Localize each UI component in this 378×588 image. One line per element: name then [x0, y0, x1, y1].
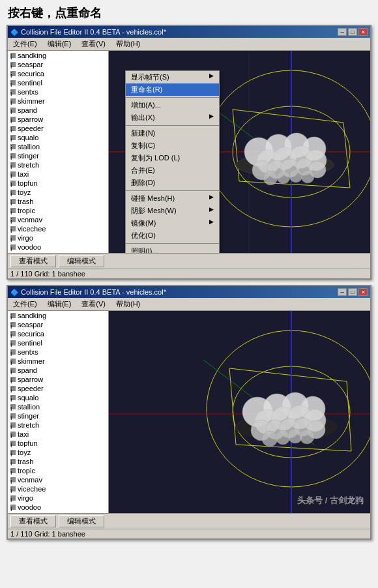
- close-button2[interactable]: ✕: [358, 288, 368, 296]
- minimize-button2[interactable]: ─: [338, 288, 347, 296]
- item-icon: i: [10, 349, 16, 355]
- watermark: 头条号 / 古剑龙驹: [297, 495, 364, 507]
- maximize-button2[interactable]: □: [348, 288, 357, 296]
- app-icon2: 🔷: [10, 289, 18, 296]
- ctx-merge[interactable]: 合并(E): [126, 164, 219, 177]
- list-item[interactable]: ispand: [8, 106, 108, 115]
- ctx-lighting[interactable]: 照明(I)...: [126, 245, 219, 253]
- ctx-copy[interactable]: 复制(C): [126, 140, 219, 152]
- edit-mode-button2[interactable]: 编辑模式: [59, 515, 104, 527]
- list-item[interactable]: itaxi: [8, 169, 108, 179]
- ctx-show-frame[interactable]: 显示帧节(S): [126, 71, 219, 83]
- list-item2[interactable]: istinger: [8, 411, 108, 420]
- list-item[interactable]: itopfun: [8, 179, 108, 188]
- ctx-mirror[interactable]: 镜像(M): [126, 217, 219, 229]
- list-item2[interactable]: ivoodoo: [8, 503, 108, 512]
- close-button[interactable]: ✕: [358, 28, 368, 36]
- list-item2[interactable]: istretch: [8, 420, 108, 430]
- item-icon: i: [10, 413, 16, 419]
- list-item[interactable]: istallion: [8, 142, 108, 151]
- list-item[interactable]: ivirgo: [8, 233, 108, 243]
- svg-point-51: [300, 430, 314, 444]
- list-item2[interactable]: isecurica: [8, 329, 108, 338]
- list-item[interactable]: isandking: [8, 51, 108, 60]
- list-item[interactable]: iwalton: [8, 252, 108, 253]
- maximize-button[interactable]: □: [348, 28, 357, 36]
- list-item2[interactable]: ivcnmav: [8, 475, 108, 484]
- list-item[interactable]: ivoodoo: [8, 243, 108, 252]
- window1-content: isandking iseaspar isecurica isentinel i…: [8, 51, 370, 253]
- list-item[interactable]: istinger: [8, 151, 108, 160]
- menu-file[interactable]: 文件(E): [10, 38, 40, 50]
- list-item2[interactable]: istallion: [8, 402, 108, 411]
- ctx-export[interactable]: 输出(X): [126, 111, 219, 124]
- list-item[interactable]: ivicechee: [8, 224, 108, 233]
- list-item2[interactable]: iskimmer: [8, 357, 108, 366]
- item-icon: i: [10, 432, 16, 437]
- list-item[interactable]: ivcnmav: [8, 215, 108, 224]
- list-item2[interactable]: ivicechee: [8, 484, 108, 493]
- list-item[interactable]: ispeeder: [8, 124, 108, 133]
- list-item[interactable]: itropic: [8, 206, 108, 215]
- item-icon: i: [10, 235, 16, 241]
- list-item[interactable]: itrash: [8, 197, 108, 206]
- minimize-button[interactable]: ─: [338, 28, 347, 36]
- list-item[interactable]: isecurica: [8, 69, 108, 78]
- menu-help[interactable]: 帮助(H): [113, 38, 143, 50]
- item-icon: i: [10, 386, 16, 391]
- item-icon: i: [10, 322, 16, 327]
- list-item2[interactable]: isentinel: [8, 338, 108, 347]
- list-item2[interactable]: isentxs: [8, 347, 108, 357]
- list-item2[interactable]: isandking: [8, 311, 108, 320]
- list-item2[interactable]: itopfun: [8, 439, 108, 448]
- item-icon: i: [10, 190, 16, 195]
- list-item2[interactable]: iseaspar: [8, 320, 108, 329]
- ctx-shadow-mesh[interactable]: 阴影 Mesh(W): [126, 205, 219, 217]
- list-item[interactable]: isqualo: [8, 133, 108, 142]
- ctx-delete[interactable]: 删除(D): [126, 177, 219, 189]
- edit-mode-button[interactable]: 编辑模式: [59, 255, 104, 267]
- context-menu: 显示帧节(S) 重命名(R) 增加(A)... 输出(X) 新建(N) 复制(C…: [125, 70, 220, 253]
- list-item2[interactable]: itoyz: [8, 448, 108, 457]
- ctx-copy-lod[interactable]: 复制为 LOD (L): [126, 152, 219, 164]
- list-item2[interactable]: iwalton: [8, 512, 108, 513]
- ctx-new[interactable]: 新建(N): [126, 127, 219, 140]
- window2-list-panel[interactable]: isandking iseaspar isecurica isentinel i…: [8, 311, 109, 513]
- view-mode-button2[interactable]: 查看模式: [10, 515, 56, 527]
- item-icon: i: [10, 395, 16, 400]
- item-icon: i: [10, 359, 16, 364]
- list-item[interactable]: istretch: [8, 160, 108, 169]
- window1-list-panel[interactable]: isandking iseaspar isecurica isentinel i…: [8, 51, 109, 253]
- item-icon: i: [10, 135, 16, 140]
- list-item2[interactable]: itrash: [8, 457, 108, 466]
- menu2-file[interactable]: 文件(E): [10, 299, 40, 310]
- window2-status: 1 / 110 Grid: 1 banshee: [8, 529, 370, 538]
- list-item[interactable]: iseaspar: [8, 60, 108, 69]
- ctx-collision-mesh[interactable]: 碰撞 Mesh(H): [126, 192, 219, 205]
- list-item2[interactable]: itropic: [8, 466, 108, 475]
- menu-view[interactable]: 查看(V): [79, 38, 108, 50]
- list-item[interactable]: isentxs: [8, 87, 108, 96]
- list-item2[interactable]: itaxi: [8, 430, 108, 439]
- list-item2[interactable]: isparrow: [8, 375, 108, 384]
- menu2-help[interactable]: 帮助(H): [113, 299, 143, 310]
- list-item2[interactable]: ivirgo: [8, 493, 108, 503]
- ctx-rename[interactable]: 重命名(R): [126, 83, 219, 96]
- ctx-optimize[interactable]: 优化(O): [126, 229, 219, 242]
- item-icon: i: [10, 340, 16, 345]
- list-item2[interactable]: ispeeder: [8, 384, 108, 393]
- list-item2[interactable]: isqualo: [8, 393, 108, 402]
- list-item[interactable]: isentinel: [8, 78, 108, 87]
- menu2-view[interactable]: 查看(V): [79, 299, 108, 310]
- view-mode-button[interactable]: 查看模式: [10, 255, 56, 267]
- list-item2[interactable]: ispand: [8, 366, 108, 375]
- ctx-add[interactable]: 增加(A)...: [126, 99, 219, 111]
- menu-edit[interactable]: 编辑(E): [45, 38, 74, 50]
- window2-controls: ─ □ ✕: [338, 288, 368, 296]
- list-item[interactable]: isparrow: [8, 115, 108, 124]
- item-icon: i: [10, 144, 16, 149]
- list-item[interactable]: iskimmer: [8, 96, 108, 106]
- menu2-edit[interactable]: 编辑(E): [45, 299, 74, 310]
- item-icon: i: [10, 98, 16, 104]
- list-item[interactable]: itoyz: [8, 188, 108, 197]
